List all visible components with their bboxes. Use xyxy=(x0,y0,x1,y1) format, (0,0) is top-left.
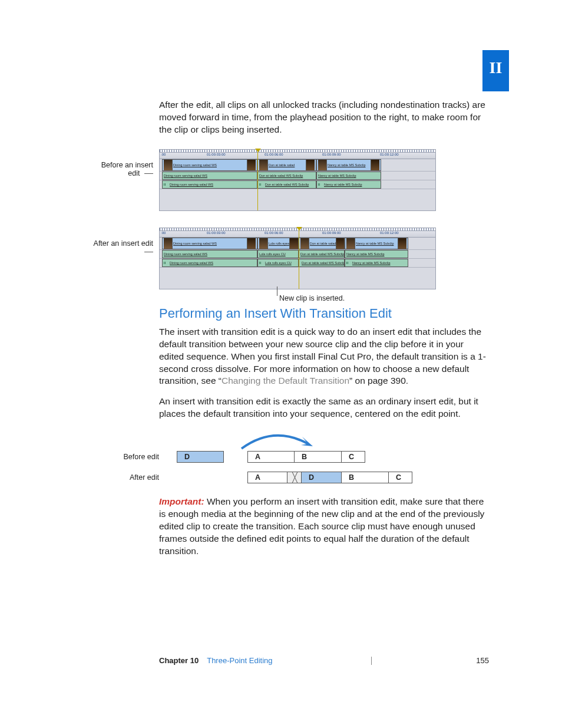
intro-paragraph: After the edit, all clips on all unlocke… xyxy=(159,99,489,136)
part-tab: II xyxy=(482,50,509,91)
dia-clip: D xyxy=(302,472,342,483)
playhead xyxy=(257,150,258,210)
page-footer: Chapter 10 Three-Point Editing 155 xyxy=(159,656,489,665)
clip: Nancy at table MS Subclip xyxy=(316,172,381,180)
footer-title: Three-Point Editing xyxy=(207,656,272,665)
clip: Don at table salad WS Subclip xyxy=(257,180,316,189)
audio-track: Dining room serving salad WS Lola rolls … xyxy=(160,259,435,268)
clip: Nancy at table MS Subclip xyxy=(316,180,381,189)
annotation-new-clip: New clip is inserted. xyxy=(279,294,345,302)
clip: Nancy at table MS Subclip xyxy=(345,238,408,249)
xref-link[interactable]: Changing the Default Transition xyxy=(222,375,349,386)
important-note: Important: When you perform an insert wi… xyxy=(159,496,489,558)
dia-clip: D xyxy=(177,451,224,463)
clip: Dining room serving salad WS xyxy=(162,238,257,249)
clip: Lola rolls eyes xyxy=(257,238,299,249)
ruler: :00 01:00:03:00 01:00:06:00 01:00:09:00 … xyxy=(160,231,435,238)
timeline-after: After an insert edit :00 01:00:03:00 01:… xyxy=(159,228,489,289)
timeline-before-label: Before an insert edit xyxy=(101,161,153,177)
clip: Nancy at table MS Subclip xyxy=(345,250,408,258)
timeline-after-label: After an insert edit xyxy=(94,239,153,248)
transition-icon xyxy=(287,472,302,483)
clip: Dining room serving salad WS xyxy=(162,172,257,180)
dia-clip: A xyxy=(247,472,287,483)
video-track: Dining room serving salad WS Lola rolls … xyxy=(160,238,435,250)
arrow-icon xyxy=(239,432,315,450)
footer-chapter: Chapter 10 xyxy=(159,656,199,665)
clip: Nancy at table MS Subclip xyxy=(345,259,408,267)
clip: Nancy at table MS Subclip xyxy=(316,159,381,171)
clip: Lola rolls eyes CU xyxy=(257,250,299,258)
clip: Dining room serving salad WS xyxy=(162,250,257,258)
audio-track: Dining room serving salad WS Lola rolls … xyxy=(160,250,435,259)
clip: Don at table salad WS Subclip xyxy=(299,250,345,258)
clip: Dining room serving salad WS xyxy=(162,259,257,267)
dia-clip: B xyxy=(295,451,342,463)
audio-track: Dining room serving salad WS Don at tabl… xyxy=(160,172,435,180)
video-track: Dining room serving salad WS Don at tabl… xyxy=(160,159,435,172)
timeline-before: Before an insert edit :00 01:00:03:00 01… xyxy=(159,149,489,211)
section-heading: Performing an Insert With Transition Edi… xyxy=(159,306,489,321)
playhead xyxy=(299,228,299,289)
clip: Lola rolls eyes CU xyxy=(257,259,299,267)
clip: Dining room serving salad WS xyxy=(162,180,257,189)
clip: Don at table salad WS Subclip xyxy=(257,172,316,180)
clip: Dining room serving salad WS xyxy=(162,159,257,171)
section-paragraph-2: An insert with transition edit is exactl… xyxy=(159,396,489,420)
diagram-after-label: After edit xyxy=(118,473,159,482)
dia-clip: B xyxy=(342,472,389,483)
audio-track: Dining room serving salad WS Don at tabl… xyxy=(160,180,435,189)
section-paragraph-1: The insert with transition edit is a qui… xyxy=(159,326,489,388)
dia-clip: A xyxy=(247,451,295,463)
clip: Don at table salad xyxy=(299,238,345,249)
diagram-before-label: Before edit xyxy=(118,453,159,461)
dia-clip: C xyxy=(342,451,365,463)
transition-diagram: Before edit D A B C After edit A D B C xyxy=(159,432,489,485)
important-label: Important: xyxy=(159,496,204,506)
clip: Don at table salad WS Subclip xyxy=(299,259,345,267)
footer-page: 155 xyxy=(476,656,489,665)
ruler: :00 01:00:03:00 01:00:06:00 01:00:09:00 … xyxy=(160,153,435,159)
clip: Don at table salad xyxy=(257,159,316,171)
dia-clip: C xyxy=(389,472,412,483)
